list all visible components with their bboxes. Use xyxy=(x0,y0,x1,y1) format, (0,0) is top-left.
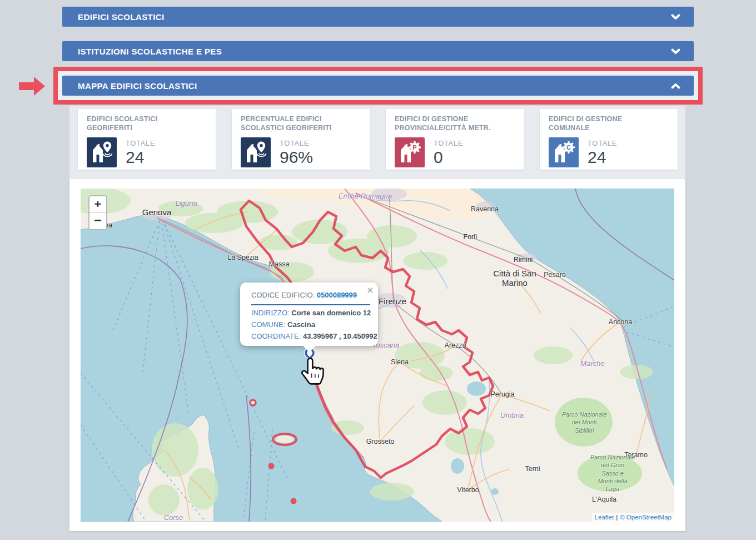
osm-link[interactable]: © OpenStreetMap xyxy=(620,514,672,521)
stat-value: 0 xyxy=(434,148,463,166)
building-gear-icon: P xyxy=(395,137,425,167)
popup-code-label: CODICE EDIFICIO: xyxy=(251,291,315,299)
accordion-edifici-scolastici[interactable]: EDIFICI SCOLASTICI xyxy=(62,7,694,27)
accordion-label: ISTITUZIONI SCOLASTICHE E PES xyxy=(78,47,222,56)
leaflet-link[interactable]: Leaflet xyxy=(595,514,614,521)
red-arrow-indicator xyxy=(19,77,46,96)
stat-value: 24 xyxy=(126,148,155,166)
popup-code-link[interactable]: 0500089999 xyxy=(317,291,357,299)
building-geopin-icon xyxy=(87,137,117,167)
stats-row: EDIFICI SCOLASTICI GEORIFERITI TOTALE 24… xyxy=(78,109,678,170)
building-geopin-icon xyxy=(241,137,271,167)
popup-close-icon[interactable]: × xyxy=(367,285,373,295)
totale-label: TOTALE xyxy=(588,139,617,147)
stat-value: 24 xyxy=(588,148,617,166)
map-tiles xyxy=(81,189,674,522)
popup-comune-label: COMUNE: xyxy=(251,320,285,329)
zoom-out-button[interactable]: − xyxy=(89,212,106,229)
popup-address-value: Corte san domenico 12 xyxy=(291,309,371,317)
building-gear-icon: C xyxy=(549,137,579,167)
highlight-red-border: MAPPA EDIFICI SCOLASTICI xyxy=(53,67,703,105)
totale-label: TOTALE xyxy=(280,139,313,147)
accordion-label: EDIFICI SCOLASTICI xyxy=(78,12,165,22)
zoom-in-button[interactable]: + xyxy=(89,196,106,212)
gear-letter: C xyxy=(566,144,571,151)
totale-label: TOTALE xyxy=(126,139,155,147)
chevron-down-icon xyxy=(671,14,680,20)
stat-title: PERCENTUALE EDIFICI SCOLASTICI GEORIFERI… xyxy=(241,115,362,132)
popup-coordinate-value: 43.395967 , 10.450992 xyxy=(303,332,377,340)
gear-letter: P xyxy=(412,144,416,151)
stat-title: EDIFICI DI GESTIONE COMUNALE xyxy=(549,115,670,132)
map-attribution: Leaflet|© OpenStreetMap xyxy=(592,513,674,522)
accordion-istituzioni-scolastiche[interactable]: ISTITUZIONI SCOLASTICHE E PES xyxy=(62,41,694,61)
accordion-label: MAPPA EDIFICI SCOLASTICI xyxy=(78,81,197,91)
leaflet-map[interactable]: Genova Liguria Savona La Spezia Massa Em… xyxy=(81,189,674,522)
hand-cursor-icon xyxy=(301,357,326,386)
popup-address-label: INDIRIZZO: xyxy=(251,309,290,317)
stat-card-percentuale-georiferiti: PERCENTUALE EDIFICI SCOLASTICI GEORIFERI… xyxy=(232,109,370,170)
chevron-down-icon xyxy=(671,48,680,55)
popup-coordinate-label: COORDINATE: xyxy=(251,332,301,340)
stat-card-gestione-provinciale: EDIFICI DI GESTIONE PROVINCIALE/CITTÀ ME… xyxy=(386,109,524,170)
map-panel: Genova Liguria Savona La Spezia Massa Em… xyxy=(69,179,685,531)
stat-card-gestione-comunale: EDIFICI DI GESTIONE COMUNALE C TOTALE 24 xyxy=(540,109,678,170)
stat-card-georiferiti: EDIFICI SCOLASTICI GEORIFERITI TOTALE 24 xyxy=(78,109,216,170)
popup-comune-value: Cascina xyxy=(287,320,315,329)
map-zoom-control: + − xyxy=(88,195,107,230)
map-popup: × CODICE EDIFICIO: 0500089999 INDIRIZZO:… xyxy=(240,283,378,346)
stat-title: EDIFICI DI GESTIONE PROVINCIALE/CITTÀ ME… xyxy=(395,115,516,132)
totale-label: TOTALE xyxy=(434,139,463,147)
attribution-separator: | xyxy=(616,514,618,521)
stat-value: 96% xyxy=(280,148,313,166)
stat-title: EDIFICI SCOLASTICI GEORIFERITI xyxy=(87,115,208,132)
chevron-up-icon xyxy=(671,83,680,89)
popup-divider xyxy=(251,304,370,305)
accordion-mappa-edifici[interactable]: MAPPA EDIFICI SCOLASTICI xyxy=(62,76,694,96)
